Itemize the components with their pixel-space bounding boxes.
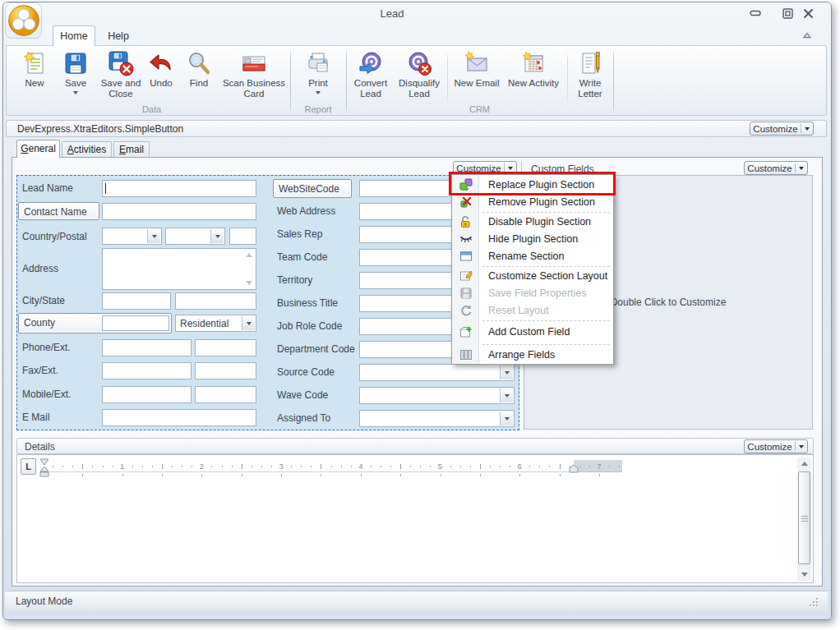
- tab-general[interactable]: General: [16, 140, 60, 158]
- ribbon-group-crm: CRM: [346, 104, 613, 114]
- arrange-fields-icon: [459, 348, 473, 361]
- field-label: Fax/Ext.: [22, 365, 58, 376]
- print-icon: [305, 50, 331, 76]
- menu-item-remove-plugin-section[interactable]: Remove Plugin Section: [453, 194, 612, 211]
- new-activity-button[interactable]: New Activity: [505, 48, 562, 113]
- text-caret: [105, 183, 106, 194]
- chevron-down-icon: [799, 167, 804, 170]
- city-input[interactable]: [102, 292, 171, 310]
- country2-combo[interactable]: [165, 228, 225, 245]
- toolbar-customize-button[interactable]: Customize: [750, 122, 814, 136]
- ribbon-tab-home[interactable]: Home: [53, 25, 95, 46]
- scroll-down-icon: [797, 568, 811, 581]
- write-letter-icon: [577, 50, 603, 76]
- contact-name-field-button[interactable]: Contact Name: [18, 202, 99, 220]
- mobile-ext-input[interactable]: [195, 386, 256, 403]
- field-label: Assigned To: [277, 412, 330, 424]
- scroll-up-icon: [797, 458, 811, 470]
- postal-input[interactable]: [229, 228, 256, 245]
- status-text: Layout Mode: [16, 596, 72, 607]
- new-email-icon: [464, 50, 490, 76]
- state-input[interactable]: [175, 292, 256, 310]
- source-code-combo[interactable]: [359, 364, 515, 381]
- save-and-close-button[interactable]: Save and Close: [97, 48, 145, 113]
- wave-code-combo[interactable]: [359, 387, 515, 404]
- plugin-toolbar: DevExpress.XtraEditors.SimpleButton: [6, 120, 827, 137]
- details-scrollbar[interactable]: [797, 458, 811, 581]
- save-button[interactable]: Save: [58, 48, 94, 113]
- customize-section-layout-icon: [459, 269, 473, 283]
- assigned-to-combo[interactable]: [359, 410, 515, 427]
- menu-item-add-custom-field[interactable]: Add Custom Field: [453, 324, 612, 341]
- field-label: City/State: [22, 295, 65, 306]
- mobile-input[interactable]: [102, 386, 192, 403]
- tab-activities[interactable]: Activities: [62, 141, 112, 158]
- field-label: Source Code: [277, 366, 335, 378]
- county-input[interactable]: [102, 315, 169, 331]
- field-label: Lead Name: [22, 182, 73, 194]
- undo-button[interactable]: Undo: [143, 48, 179, 113]
- tab-stop-button[interactable]: L: [21, 458, 36, 475]
- disqualify-lead-button[interactable]: Disqualify Lead: [394, 48, 445, 113]
- category-combo[interactable]: Residential: [175, 315, 256, 332]
- menu-item-arrange-fields[interactable]: Arrange Fields: [453, 347, 612, 364]
- dropdown-button[interactable]: [147, 229, 160, 243]
- custom-fields-customize-button[interactable]: Customize: [744, 161, 808, 175]
- email-input[interactable]: [102, 409, 256, 426]
- chevron-down-icon: [799, 445, 804, 448]
- phone-input[interactable]: [102, 339, 192, 356]
- indent-markers-icon: [39, 458, 50, 478]
- details-editor[interactable]: L 1234567: [16, 454, 814, 583]
- minimize-button[interactable]: [746, 6, 764, 21]
- remove-plugin-icon: [459, 195, 473, 209]
- find-button[interactable]: Find: [181, 48, 217, 113]
- county-field-button[interactable]: County: [18, 313, 172, 333]
- menu-item-hide-plugin-section[interactable]: Hide Plugin Section: [453, 231, 612, 248]
- menu-item-disable-plugin-section[interactable]: Disable Plugin Section: [453, 214, 612, 231]
- new-email-button[interactable]: New Email: [450, 48, 503, 113]
- dropdown-button[interactable]: [242, 316, 255, 330]
- address-textarea[interactable]: [102, 248, 256, 290]
- resize-grip[interactable]: [810, 598, 819, 608]
- ribbon-collapse-icon[interactable]: [799, 28, 815, 41]
- print-button[interactable]: Print: [296, 48, 340, 113]
- scrollbar-thumb[interactable]: [798, 471, 810, 564]
- save-field-properties-icon: [459, 287, 473, 300]
- country-combo[interactable]: [102, 228, 162, 245]
- fax-ext-input[interactable]: [195, 362, 256, 379]
- dropdown-button[interactable]: [500, 412, 513, 425]
- scan-business-card-icon: [241, 50, 267, 76]
- field-label: Business Title: [277, 297, 338, 309]
- lead-name-input[interactable]: [102, 180, 256, 197]
- ribbon-group-report: Report: [290, 104, 346, 114]
- rename-section-icon: [459, 250, 473, 263]
- menu-item-rename-section[interactable]: Rename Section: [453, 248, 612, 265]
- new-button[interactable]: New: [18, 48, 51, 113]
- status-bar: Layout Mode: [5, 591, 828, 611]
- phone-ext-input[interactable]: [195, 339, 256, 356]
- details-customize-button[interactable]: Customize: [744, 439, 808, 453]
- ribbon-tab-help[interactable]: Help: [99, 27, 138, 45]
- websitecode-field-button[interactable]: WebSiteCode: [273, 179, 352, 198]
- find-icon: [186, 50, 212, 76]
- dropdown-button[interactable]: [500, 389, 513, 402]
- write-letter-button[interactable]: Write Letter: [570, 48, 610, 113]
- contact-name-input[interactable]: [102, 203, 256, 220]
- menu-item-save-field-properties: Save Field Properties: [453, 285, 612, 302]
- ribbon: New Save Save and Close Undo Find Scan B…: [6, 45, 827, 116]
- fax-input[interactable]: [102, 362, 192, 379]
- dropdown-button[interactable]: [500, 366, 513, 379]
- close-button[interactable]: [799, 6, 817, 21]
- convert-lead-icon: [358, 50, 384, 76]
- convert-lead-button[interactable]: Convert Lead: [349, 48, 392, 113]
- tab-email[interactable]: Email: [113, 141, 150, 158]
- ribbon-group-data: Data: [13, 104, 290, 114]
- dropdown-button[interactable]: [210, 229, 224, 243]
- scan-business-card-button[interactable]: Scan Business Card: [219, 48, 289, 113]
- menu-item-customize-section-layout[interactable]: Customize Section Layout: [453, 268, 612, 285]
- field-label: Territory: [277, 274, 312, 286]
- customize-context-menu: Replace Plugin Section Remove Plugin Sec…: [451, 174, 614, 365]
- restore-button[interactable]: [778, 6, 796, 21]
- ruler[interactable]: 1234567: [40, 458, 622, 480]
- plugin-toolbar-text: DevExpress.XtraEditors.SimpleButton: [17, 123, 183, 135]
